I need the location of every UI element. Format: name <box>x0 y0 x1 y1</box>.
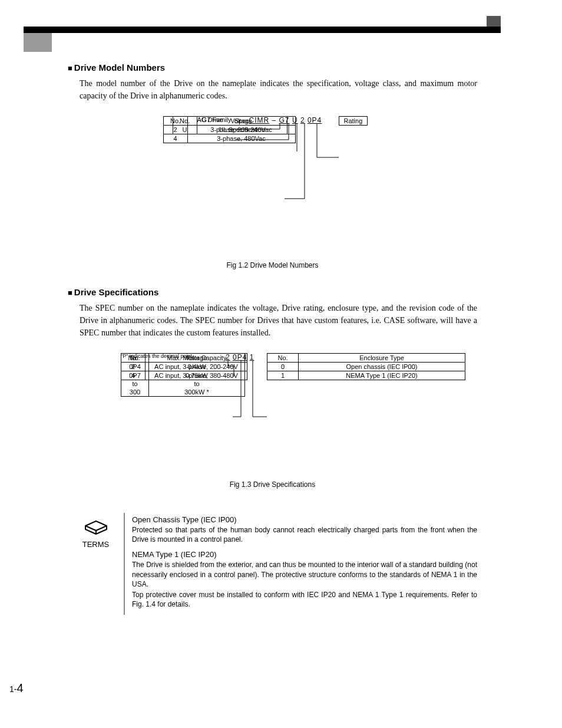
cap-r3c2: to <box>149 380 245 388</box>
page: ■Drive Model Numbers The model number of… <box>0 0 562 728</box>
term1-title: Open Chassis Type (IEC IP00) <box>132 515 477 524</box>
section-heading-1-text: Drive Model Numbers <box>74 62 165 73</box>
term2-body2: Top protective cover must be installed t… <box>132 590 477 609</box>
terms-label: TERMS <box>68 540 124 549</box>
header-bar <box>24 27 501 33</box>
terms-left: TERMS <box>68 513 124 615</box>
book-icon <box>83 518 109 536</box>
vt1-r1c1: 2 <box>163 126 187 134</box>
enc-r1c1: 0 <box>267 363 299 371</box>
cap-r1c2: 0.4kW <box>149 363 245 371</box>
enc-h2: Enclosure Type <box>299 354 465 363</box>
section-1-para: The model number of the Drive on the nam… <box>68 77 477 102</box>
section-2-para: The SPEC number on the nameplate indicat… <box>68 302 477 339</box>
terms-right: Open Chassis Type (IEC IP00) Protected s… <box>124 513 477 615</box>
capacity-table: No.Max. Motor Capacity 0P40.4kW 0P70.75k… <box>121 353 245 397</box>
enc-r2c1: 1 <box>267 371 299 380</box>
enc-r1c2: Open chassis (IEC IP00) <box>299 363 465 371</box>
content: ■Drive Model Numbers The model number of… <box>68 62 477 506</box>
section-heading-2-text: Drive Specifications <box>74 287 158 297</box>
term2-title: NEMA Type 1 (IEC IP20) <box>132 550 477 559</box>
enc-r2c2: NEMA Type 1 (IEC IP20) <box>299 371 465 380</box>
cap-r1c1: 0P4 <box>121 363 149 371</box>
fig-1-2-diagram: CIMR – G7 U 2 0P4 AC Drive G7 Fami <box>108 116 438 252</box>
header-square <box>24 33 52 52</box>
vt1-h2: Voltage <box>187 117 295 126</box>
enclosure-table: No.Enclosure Type 0Open chassis (IEC IP0… <box>267 353 465 380</box>
section-heading-1: ■Drive Model Numbers <box>68 62 477 73</box>
vt1-h1: No. <box>163 117 187 126</box>
vt1-r2c2: 3-phase, 480Vac <box>187 134 295 143</box>
term1-body: Protected so that parts of the human bod… <box>132 525 477 544</box>
page-number: 1-4 <box>9 681 24 695</box>
cap-r2c2: 0.75kW <box>149 371 245 380</box>
voltage-table-1: No.Voltage 23-phase, 208-240Vac 43-phase… <box>163 116 296 143</box>
fig-1-2-caption: Fig 1.2 Drive Model Numbers <box>68 261 477 269</box>
cap-r4c2: 300kW * <box>149 388 245 397</box>
fig2-footnote: "P" indicates the decimal point <box>121 353 192 359</box>
page-chapter: 1 <box>9 684 14 694</box>
cap-r3c1: to <box>121 380 149 388</box>
vt1-r2c1: 4 <box>163 134 187 143</box>
rating-box: Rating <box>339 116 368 126</box>
enc-h1: No. <box>267 354 299 363</box>
section-heading-2: ■Drive Specifications <box>68 287 477 297</box>
fig-1-3-diagram: 2 0P4 1 No.Voltage 2AC input, 3-phase, 2… <box>68 353 477 477</box>
terms-block: TERMS Open Chassis Type (IEC IP00) Prote… <box>68 513 477 615</box>
cap-r4c1: 300 <box>121 388 149 397</box>
cap-r2c1: 0P7 <box>121 371 149 380</box>
fig-1-3-caption: Fig 1.3 Drive Specifications <box>68 480 477 489</box>
vt1-r1c2: 3-phase, 208-240Vac <box>187 126 295 134</box>
page-num-value: 4 <box>16 681 23 694</box>
term2-body1: The Drive is shielded from the exterior,… <box>132 560 477 589</box>
